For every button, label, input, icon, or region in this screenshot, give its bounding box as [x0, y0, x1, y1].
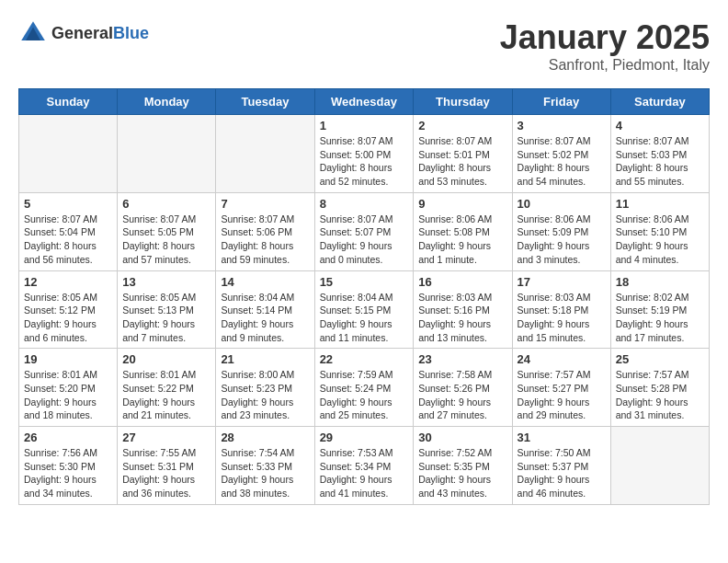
- calendar-cell: [19, 115, 118, 193]
- calendar-cell: 31Sunrise: 7:50 AM Sunset: 5:37 PM Dayli…: [512, 427, 610, 505]
- day-info: Sunrise: 7:54 AM Sunset: 5:33 PM Dayligh…: [221, 446, 309, 500]
- week-row-4: 26Sunrise: 7:56 AM Sunset: 5:30 PM Dayli…: [19, 427, 710, 505]
- calendar-cell: 4Sunrise: 8:07 AM Sunset: 5:03 PM Daylig…: [610, 115, 709, 193]
- day-info: Sunrise: 8:00 AM Sunset: 5:23 PM Dayligh…: [221, 368, 309, 422]
- day-number: 21: [221, 352, 309, 366]
- day-info: Sunrise: 8:06 AM Sunset: 5:10 PM Dayligh…: [616, 213, 704, 267]
- calendar-cell: 27Sunrise: 7:55 AM Sunset: 5:31 PM Dayli…: [118, 427, 216, 505]
- calendar-cell: 20Sunrise: 8:01 AM Sunset: 5:22 PM Dayli…: [118, 349, 216, 427]
- day-number: 6: [122, 197, 210, 211]
- day-number: 24: [518, 352, 606, 366]
- calendar-cell: 6Sunrise: 8:07 AM Sunset: 5:05 PM Daylig…: [118, 192, 216, 270]
- day-number: 12: [24, 275, 112, 289]
- weekday-saturday: Saturday: [610, 89, 709, 115]
- day-info: Sunrise: 8:06 AM Sunset: 5:08 PM Dayligh…: [418, 213, 506, 267]
- calendar-cell: 15Sunrise: 8:04 AM Sunset: 5:15 PM Dayli…: [314, 270, 414, 349]
- day-info: Sunrise: 8:07 AM Sunset: 5:01 PM Dayligh…: [418, 134, 506, 189]
- day-info: Sunrise: 7:52 AM Sunset: 5:35 PM Dayligh…: [418, 446, 506, 500]
- logo-general: General: [51, 24, 113, 42]
- day-info: Sunrise: 8:05 AM Sunset: 5:12 PM Dayligh…: [24, 291, 112, 345]
- day-info: Sunrise: 8:07 AM Sunset: 5:05 PM Dayligh…: [122, 213, 210, 267]
- day-info: Sunrise: 8:04 AM Sunset: 5:15 PM Dayligh…: [320, 291, 409, 345]
- day-info: Sunrise: 7:58 AM Sunset: 5:26 PM Dayligh…: [418, 368, 506, 422]
- weekday-thursday: Thursday: [414, 89, 512, 115]
- day-info: Sunrise: 8:06 AM Sunset: 5:09 PM Dayligh…: [518, 213, 606, 267]
- day-info: Sunrise: 8:01 AM Sunset: 5:22 PM Dayligh…: [122, 368, 210, 422]
- day-number: 2: [418, 119, 506, 132]
- day-info: Sunrise: 8:07 AM Sunset: 5:03 PM Dayligh…: [616, 134, 704, 189]
- day-number: 10: [518, 197, 606, 211]
- title-block: January 2025 Sanfront, Piedmont, Italy: [500, 18, 710, 74]
- day-number: 5: [24, 197, 112, 211]
- calendar-cell: 23Sunrise: 7:58 AM Sunset: 5:26 PM Dayli…: [414, 349, 512, 427]
- day-info: Sunrise: 8:07 AM Sunset: 5:00 PM Dayligh…: [320, 134, 409, 189]
- logo: GeneralBlue: [18, 18, 149, 48]
- calendar-cell: 18Sunrise: 8:02 AM Sunset: 5:19 PM Dayli…: [610, 270, 709, 349]
- calendar-cell: 26Sunrise: 7:56 AM Sunset: 5:30 PM Dayli…: [19, 427, 118, 505]
- calendar-cell: 8Sunrise: 8:07 AM Sunset: 5:07 PM Daylig…: [314, 192, 414, 270]
- calendar-cell: 2Sunrise: 8:07 AM Sunset: 5:01 PM Daylig…: [414, 115, 512, 193]
- day-number: 18: [616, 275, 704, 289]
- calendar-cell: [216, 115, 314, 193]
- location: Sanfront, Piedmont, Italy: [500, 57, 710, 74]
- calendar-cell: [118, 115, 216, 193]
- day-info: Sunrise: 7:59 AM Sunset: 5:24 PM Dayligh…: [320, 368, 409, 422]
- day-info: Sunrise: 8:04 AM Sunset: 5:14 PM Dayligh…: [221, 291, 309, 345]
- day-info: Sunrise: 8:03 AM Sunset: 5:18 PM Dayligh…: [518, 291, 606, 345]
- calendar-cell: 16Sunrise: 8:03 AM Sunset: 5:16 PM Dayli…: [414, 270, 512, 349]
- day-number: 1: [320, 119, 409, 132]
- calendar-table: SundayMondayTuesdayWednesdayThursdayFrid…: [18, 88, 710, 505]
- weekday-monday: Monday: [118, 89, 216, 115]
- day-info: Sunrise: 8:07 AM Sunset: 5:04 PM Dayligh…: [24, 213, 112, 267]
- calendar-cell: 21Sunrise: 8:00 AM Sunset: 5:23 PM Dayli…: [216, 349, 314, 427]
- week-row-0: 1Sunrise: 8:07 AM Sunset: 5:00 PM Daylig…: [19, 115, 710, 193]
- calendar-cell: 28Sunrise: 7:54 AM Sunset: 5:33 PM Dayli…: [216, 427, 314, 505]
- calendar-cell: 19Sunrise: 8:01 AM Sunset: 5:20 PM Dayli…: [19, 349, 118, 427]
- day-number: 16: [418, 275, 506, 289]
- calendar-cell: 14Sunrise: 8:04 AM Sunset: 5:14 PM Dayli…: [216, 270, 314, 349]
- day-number: 19: [24, 352, 112, 366]
- calendar-cell: [610, 427, 709, 505]
- day-number: 20: [122, 352, 210, 366]
- day-info: Sunrise: 8:07 AM Sunset: 5:06 PM Dayligh…: [221, 213, 309, 267]
- calendar-cell: 10Sunrise: 8:06 AM Sunset: 5:09 PM Dayli…: [512, 192, 610, 270]
- day-info: Sunrise: 8:01 AM Sunset: 5:20 PM Dayligh…: [24, 368, 112, 422]
- calendar-cell: 29Sunrise: 7:53 AM Sunset: 5:34 PM Dayli…: [314, 427, 414, 505]
- calendar-cell: 11Sunrise: 8:06 AM Sunset: 5:10 PM Dayli…: [610, 192, 709, 270]
- weekday-friday: Friday: [512, 89, 610, 115]
- day-number: 13: [122, 275, 210, 289]
- day-info: Sunrise: 7:50 AM Sunset: 5:37 PM Dayligh…: [518, 446, 606, 500]
- calendar-cell: 13Sunrise: 8:05 AM Sunset: 5:13 PM Dayli…: [118, 270, 216, 349]
- day-info: Sunrise: 7:55 AM Sunset: 5:31 PM Dayligh…: [122, 446, 210, 500]
- calendar-cell: 24Sunrise: 7:57 AM Sunset: 5:27 PM Dayli…: [512, 349, 610, 427]
- calendar-cell: 1Sunrise: 8:07 AM Sunset: 5:00 PM Daylig…: [314, 115, 414, 193]
- day-number: 31: [518, 431, 606, 444]
- day-info: Sunrise: 8:07 AM Sunset: 5:07 PM Dayligh…: [320, 213, 409, 267]
- calendar-cell: 25Sunrise: 7:57 AM Sunset: 5:28 PM Dayli…: [610, 349, 709, 427]
- month-title: January 2025: [500, 18, 710, 57]
- day-number: 29: [320, 431, 409, 444]
- day-info: Sunrise: 7:56 AM Sunset: 5:30 PM Dayligh…: [24, 446, 112, 500]
- day-info: Sunrise: 8:02 AM Sunset: 5:19 PM Dayligh…: [616, 291, 704, 345]
- day-number: 3: [518, 119, 606, 132]
- week-row-3: 19Sunrise: 8:01 AM Sunset: 5:20 PM Dayli…: [19, 349, 710, 427]
- day-number: 23: [418, 352, 506, 366]
- day-number: 28: [221, 431, 309, 444]
- day-number: 26: [24, 431, 112, 444]
- calendar-cell: 3Sunrise: 8:07 AM Sunset: 5:02 PM Daylig…: [512, 115, 610, 193]
- day-number: 15: [320, 275, 409, 289]
- calendar-cell: 9Sunrise: 8:06 AM Sunset: 5:08 PM Daylig…: [414, 192, 512, 270]
- day-number: 9: [418, 197, 506, 211]
- week-row-1: 5Sunrise: 8:07 AM Sunset: 5:04 PM Daylig…: [19, 192, 710, 270]
- calendar-cell: 17Sunrise: 8:03 AM Sunset: 5:18 PM Dayli…: [512, 270, 610, 349]
- logo-icon: [18, 18, 48, 48]
- day-info: Sunrise: 7:53 AM Sunset: 5:34 PM Dayligh…: [320, 446, 409, 500]
- day-number: 25: [616, 352, 704, 366]
- day-number: 4: [616, 119, 704, 132]
- day-number: 11: [616, 197, 704, 211]
- weekday-header-row: SundayMondayTuesdayWednesdayThursdayFrid…: [19, 89, 710, 115]
- weekday-tuesday: Tuesday: [216, 89, 314, 115]
- day-number: 17: [518, 275, 606, 289]
- day-number: 7: [221, 197, 309, 211]
- day-number: 22: [320, 352, 409, 366]
